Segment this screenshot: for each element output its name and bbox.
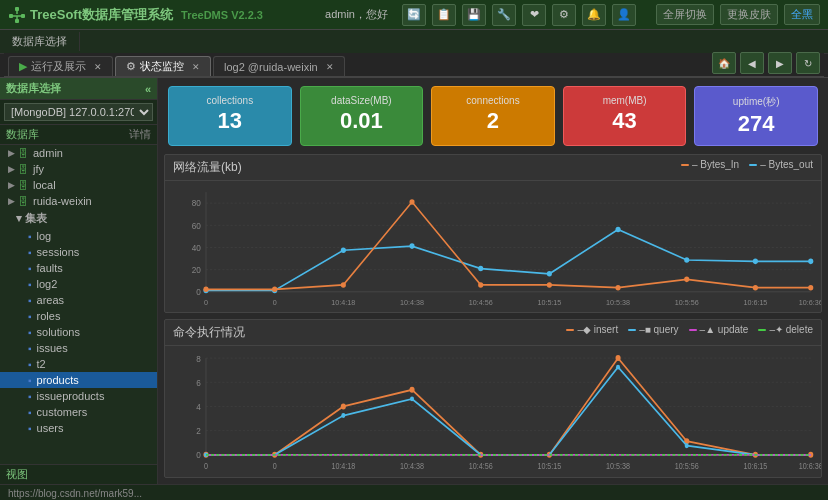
tab-status[interactable]: ⚙ 状态监控 ✕ bbox=[115, 56, 211, 76]
tab-log2-close[interactable]: ✕ bbox=[326, 62, 334, 72]
svg-text:10:5:15: 10:5:15 bbox=[537, 462, 561, 472]
stat-value: 13 bbox=[218, 108, 242, 134]
sidebar-header: 数据库选择 « bbox=[0, 78, 157, 100]
table-icon: ▪ bbox=[28, 295, 32, 306]
svg-text:0: 0 bbox=[204, 298, 208, 307]
legend-delete-label: –✦ delete bbox=[769, 324, 813, 335]
tree-item[interactable]: ▶🗄admin bbox=[0, 145, 157, 161]
tree-item[interactable]: ▪faults bbox=[0, 260, 157, 276]
tree-item[interactable]: ▪issues bbox=[0, 340, 157, 356]
svg-point-74 bbox=[685, 443, 689, 448]
legend-update: –▲ update bbox=[689, 324, 749, 335]
db-select-dropdown[interactable]: [MongoDB] 127.0.0.1:270 bbox=[4, 103, 153, 121]
icon-btn-8[interactable]: 👤 bbox=[612, 4, 636, 26]
svg-point-24 bbox=[547, 271, 552, 277]
tree-label: issueproducts bbox=[37, 390, 105, 402]
svg-text:10:6:15: 10:6:15 bbox=[743, 298, 767, 307]
tree-item[interactable]: ▶🗄jfy bbox=[0, 161, 157, 177]
stat-label: mem(MB) bbox=[603, 95, 647, 106]
tree-item[interactable]: ▪areas bbox=[0, 292, 157, 308]
tree-item[interactable]: ▶🗄local bbox=[0, 177, 157, 193]
tree-item[interactable]: ▾ 集表 bbox=[0, 209, 157, 228]
sidebar-tree: ▶🗄admin▶🗄jfy▶🗄local▶🗄ruida-weixin▾ 集表▪lo… bbox=[0, 145, 157, 464]
icon-btn-2[interactable]: 📋 bbox=[432, 4, 456, 26]
icon-btn-1[interactable]: 🔄 bbox=[402, 4, 426, 26]
network-chart-legend: – Bytes_In – Bytes_out bbox=[681, 159, 813, 170]
tree-label: log bbox=[37, 230, 52, 242]
tree-item[interactable]: ▪t2 bbox=[0, 356, 157, 372]
status-text: https://blog.csdn.net/mark59... bbox=[8, 488, 142, 499]
tab-log2-label: log2 @ruida-weixin bbox=[224, 61, 318, 73]
icon-btn-3[interactable]: 💾 bbox=[462, 4, 486, 26]
theme-button[interactable]: 全黑 bbox=[784, 4, 820, 25]
tree-label: ▾ 集表 bbox=[16, 211, 47, 226]
svg-point-37 bbox=[753, 285, 758, 291]
stat-value: 2 bbox=[487, 108, 499, 134]
tree-label: admin bbox=[33, 147, 63, 159]
status-bar: https://blog.csdn.net/mark59... bbox=[0, 484, 828, 500]
nav-forward-icon[interactable]: ▶ bbox=[768, 52, 792, 74]
admin-label: admin，您好 bbox=[325, 7, 388, 22]
tree-item[interactable]: ▪issueproducts bbox=[0, 388, 157, 404]
tree-label: local bbox=[33, 179, 56, 191]
svg-text:0: 0 bbox=[273, 298, 277, 307]
icon-btn-4[interactable]: 🔧 bbox=[492, 4, 516, 26]
tree-item[interactable]: ▪log bbox=[0, 228, 157, 244]
tab-status-close[interactable]: ✕ bbox=[192, 62, 200, 72]
nav-refresh-icon[interactable]: ↻ bbox=[796, 52, 820, 74]
svg-text:2: 2 bbox=[196, 426, 201, 437]
svg-point-71 bbox=[341, 413, 345, 418]
svg-text:20: 20 bbox=[192, 265, 201, 275]
tree-item[interactable]: ▶🗄ruida-weixin bbox=[0, 193, 157, 209]
nav-home-icon[interactable]: 🏠 bbox=[712, 52, 736, 74]
db-icon: 🗄 bbox=[18, 180, 28, 191]
svg-point-73 bbox=[616, 365, 620, 370]
svg-point-22 bbox=[409, 243, 414, 249]
tab-log2[interactable]: log2 @ruida-weixin ✕ bbox=[213, 56, 345, 76]
legend-query-label: –■ query bbox=[639, 324, 678, 335]
tab-run-label: 运行及展示 bbox=[31, 59, 86, 74]
tree-label: sessions bbox=[37, 246, 80, 258]
tree-item[interactable]: ▪customers bbox=[0, 404, 157, 420]
tree-item[interactable]: ▪sessions bbox=[0, 244, 157, 260]
stat-value: 0.01 bbox=[340, 108, 383, 134]
app-title: TreeSoft数据库管理系统 bbox=[30, 6, 173, 24]
tree-item[interactable]: ▪roles bbox=[0, 308, 157, 324]
db-icon: 🗄 bbox=[18, 196, 28, 207]
sidebar-collapse-btn[interactable]: « bbox=[145, 83, 151, 95]
tab-run-close[interactable]: ✕ bbox=[94, 62, 102, 72]
svg-rect-0 bbox=[15, 7, 19, 11]
tree-item[interactable]: ▪products bbox=[0, 372, 157, 388]
fullscreen-button[interactable]: 全屏切换 bbox=[656, 4, 714, 25]
stat-card: connections2 bbox=[431, 86, 555, 146]
svg-point-26 bbox=[684, 257, 689, 263]
tree-label: users bbox=[37, 422, 64, 434]
tree-item[interactable]: ▪users bbox=[0, 420, 157, 436]
tree-item[interactable]: ▪log2 bbox=[0, 276, 157, 292]
sidebar-title: 数据库选择 bbox=[6, 81, 61, 96]
db-selector-area: [MongoDB] 127.0.0.1:270 bbox=[0, 100, 157, 125]
stat-value: 43 bbox=[612, 108, 636, 134]
svg-text:10:4:56: 10:4:56 bbox=[469, 298, 493, 307]
skin-button[interactable]: 更换皮肤 bbox=[720, 4, 778, 25]
db-icon: 🗄 bbox=[18, 148, 28, 159]
icon-btn-5[interactable]: ❤ bbox=[522, 4, 546, 26]
menu-db-select[interactable]: 数据库选择 bbox=[4, 31, 75, 53]
table-icon: ▪ bbox=[28, 231, 32, 242]
tree-item[interactable]: ▪solutions bbox=[0, 324, 157, 340]
svg-point-31 bbox=[341, 282, 346, 288]
stat-card: uptime(秒)274 bbox=[694, 86, 818, 146]
tree-label: log2 bbox=[37, 278, 58, 290]
stat-label: uptime(秒) bbox=[733, 95, 780, 109]
nav-back-icon[interactable]: ◀ bbox=[740, 52, 764, 74]
icon-btn-6[interactable]: ⚙ bbox=[552, 4, 576, 26]
tab-run[interactable]: ▶ 运行及展示 ✕ bbox=[8, 56, 113, 76]
commands-chart-legend: –◆ insert –■ query –▲ update –✦ delete bbox=[566, 324, 813, 335]
svg-text:10:4:18: 10:4:18 bbox=[331, 298, 355, 307]
legend-update-label: –▲ update bbox=[700, 324, 749, 335]
svg-point-33 bbox=[478, 282, 483, 288]
svg-point-27 bbox=[753, 259, 758, 265]
icon-btn-7[interactable]: 🔔 bbox=[582, 4, 606, 26]
main-layout: 数据库选择 « [MongoDB] 127.0.0.1:270 数据库 详情 ▶… bbox=[0, 78, 828, 484]
table-icon: ▪ bbox=[28, 375, 32, 386]
